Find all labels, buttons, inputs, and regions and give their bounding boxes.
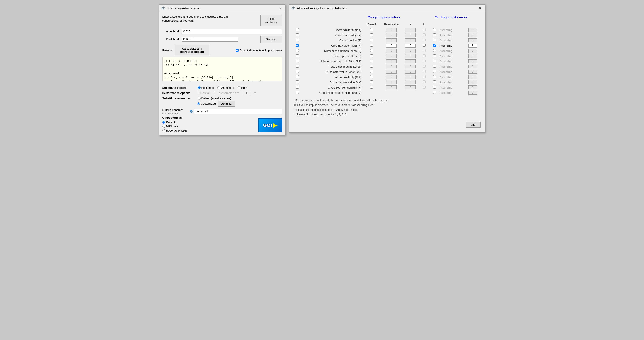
format-report-label[interactable]: Report only (.txt) bbox=[162, 129, 187, 132]
sub-postchord-radio[interactable] bbox=[198, 86, 200, 89]
param-pm-2[interactable] bbox=[405, 38, 416, 42]
param-sort-num-11[interactable] bbox=[468, 86, 477, 89]
param-pm-5[interactable] bbox=[405, 54, 416, 58]
param-reset-val-3[interactable] bbox=[386, 44, 397, 48]
param-pct-check-5[interactable] bbox=[423, 54, 426, 57]
param-reset-check-0[interactable] bbox=[370, 28, 373, 31]
param-sort-num-6[interactable] bbox=[468, 59, 477, 63]
param-sort-num-1[interactable] bbox=[468, 33, 477, 37]
fill-randomly-button[interactable]: Fill in randomly bbox=[260, 15, 282, 26]
param-reset-check-6[interactable] bbox=[370, 60, 373, 62]
param-pct-check-8[interactable] bbox=[423, 70, 426, 73]
param-check-0[interactable] bbox=[296, 28, 299, 31]
ok-button[interactable]: OK bbox=[466, 122, 480, 128]
sub-both-radio[interactable] bbox=[238, 86, 240, 89]
param-check-12[interactable] bbox=[296, 91, 299, 94]
param-check-10[interactable] bbox=[296, 81, 299, 83]
filename-input[interactable] bbox=[194, 109, 282, 114]
param-check-11[interactable] bbox=[296, 86, 299, 89]
param-pct-check-9[interactable] bbox=[423, 75, 426, 78]
sub-ref-default-label[interactable]: Default (equal k values) bbox=[198, 97, 231, 100]
details-button[interactable]: Details... bbox=[218, 101, 235, 107]
param-reset-check-1[interactable] bbox=[370, 33, 373, 36]
param-sort-check-0[interactable] bbox=[433, 28, 436, 31]
param-check-2[interactable] bbox=[296, 39, 299, 42]
format-midi-label[interactable]: MIDI only bbox=[162, 125, 187, 128]
param-reset-val-2[interactable] bbox=[386, 38, 397, 42]
param-check-9[interactable] bbox=[296, 75, 299, 78]
param-sort-check-3[interactable] bbox=[433, 44, 436, 47]
test-all-label[interactable]: Test all bbox=[198, 91, 210, 95]
param-sort-check-2[interactable] bbox=[433, 39, 436, 42]
go-button[interactable]: GO! ▶ bbox=[258, 118, 282, 132]
calc-button[interactable]: Calc. stats and copy to clipboard bbox=[174, 45, 210, 55]
sub-ref-custom-label[interactable]: Customized bbox=[197, 102, 216, 105]
param-check-6[interactable] bbox=[296, 60, 299, 62]
swap-button[interactable]: Swap ↕↓ bbox=[260, 36, 282, 43]
param-pct-check-11[interactable] bbox=[423, 86, 426, 89]
test-sample-label[interactable]: Test sample size: bbox=[214, 91, 239, 95]
param-check-3[interactable] bbox=[296, 44, 299, 47]
param-sort-check-9[interactable] bbox=[433, 75, 436, 78]
param-reset-val-4[interactable] bbox=[386, 49, 397, 53]
param-pct-check-1[interactable] bbox=[423, 33, 426, 36]
sub-both-label[interactable]: Both bbox=[238, 86, 247, 89]
param-sort-check-5[interactable] bbox=[433, 54, 436, 57]
param-sort-num-4[interactable] bbox=[468, 49, 477, 53]
param-sort-num-5[interactable] bbox=[468, 54, 477, 58]
sub-antechord-radio[interactable] bbox=[218, 86, 220, 89]
param-pct-check-10[interactable] bbox=[423, 81, 426, 83]
param-reset-val-5[interactable] bbox=[386, 54, 397, 58]
param-check-7[interactable] bbox=[296, 65, 299, 68]
param-reset-check-11[interactable] bbox=[370, 86, 373, 89]
param-pm-4[interactable] bbox=[405, 49, 416, 53]
param-reset-val-8[interactable] bbox=[386, 70, 397, 74]
param-pm-0[interactable] bbox=[405, 28, 416, 32]
param-reset-val-6[interactable] bbox=[386, 59, 397, 63]
param-pm-1[interactable] bbox=[405, 33, 416, 37]
param-pm-7[interactable] bbox=[405, 65, 416, 69]
param-pm-8[interactable] bbox=[405, 70, 416, 74]
sub-antechord-label[interactable]: Antechord bbox=[218, 86, 234, 89]
param-reset-check-5[interactable] bbox=[370, 54, 373, 57]
param-pm-11[interactable] bbox=[405, 86, 416, 89]
param-sort-check-11[interactable] bbox=[433, 86, 436, 89]
param-reset-check-10[interactable] bbox=[370, 81, 373, 83]
param-sort-check-1[interactable] bbox=[433, 33, 436, 36]
sub-ref-default-radio[interactable] bbox=[198, 97, 200, 100]
right-close-button[interactable]: ✕ bbox=[478, 6, 483, 10]
param-reset-val-9[interactable] bbox=[386, 75, 397, 79]
test-sample-radio[interactable] bbox=[214, 92, 216, 94]
sub-ref-custom-radio[interactable] bbox=[197, 102, 200, 105]
test-all-radio[interactable] bbox=[198, 92, 200, 94]
param-pct-check-2[interactable] bbox=[423, 39, 426, 42]
param-pct-check-6[interactable] bbox=[423, 60, 426, 62]
param-reset-check-3[interactable] bbox=[370, 44, 373, 47]
param-sort-num-0[interactable] bbox=[468, 28, 477, 32]
param-pct-check-3[interactable] bbox=[423, 44, 426, 47]
param-pct-check-7[interactable] bbox=[423, 65, 426, 68]
no-octave-label[interactable]: Do not show octave in pitch name bbox=[236, 49, 282, 52]
param-sort-num-3[interactable] bbox=[468, 44, 477, 48]
param-sort-num-7[interactable] bbox=[468, 65, 477, 69]
param-sort-check-8[interactable] bbox=[433, 70, 436, 73]
param-sort-check-12[interactable] bbox=[433, 91, 436, 94]
param-reset-val-11[interactable] bbox=[386, 86, 397, 89]
param-sort-num-8[interactable] bbox=[468, 70, 477, 74]
param-sort-num-12[interactable] bbox=[468, 91, 477, 95]
format-midi-radio[interactable] bbox=[162, 125, 165, 128]
param-sort-check-7[interactable] bbox=[433, 65, 436, 68]
sample-size-input[interactable] bbox=[242, 91, 250, 95]
param-reset-val-0[interactable] bbox=[386, 28, 397, 32]
left-close-button[interactable]: ✕ bbox=[278, 6, 283, 10]
param-pct-check-0[interactable] bbox=[423, 28, 426, 31]
param-reset-check-4[interactable] bbox=[370, 49, 373, 52]
param-reset-check-7[interactable] bbox=[370, 65, 373, 68]
param-sort-check-4[interactable] bbox=[433, 49, 436, 52]
param-check-5[interactable] bbox=[296, 54, 299, 57]
param-reset-check-8[interactable] bbox=[370, 70, 373, 73]
format-default-label[interactable]: Default bbox=[162, 121, 187, 124]
param-pm-6[interactable] bbox=[405, 59, 416, 63]
param-pm-9[interactable] bbox=[405, 75, 416, 79]
param-reset-check-9[interactable] bbox=[370, 75, 373, 78]
